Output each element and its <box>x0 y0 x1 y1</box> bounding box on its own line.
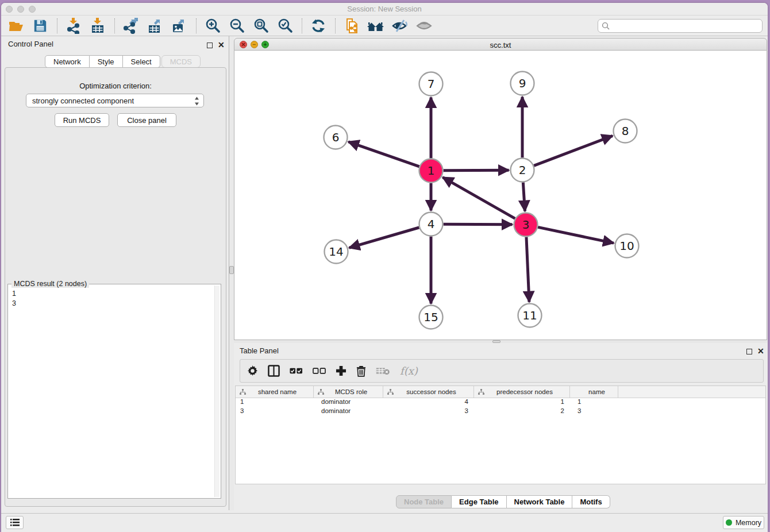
task-history-button[interactable] <box>6 516 24 529</box>
graph-node-3[interactable]: 3 <box>514 213 538 237</box>
control-panel-float-icon[interactable] <box>207 43 213 48</box>
graph-edge-2-3[interactable] <box>523 182 525 211</box>
create-new-icon[interactable] <box>336 365 346 376</box>
deselect-all-rows-icon[interactable] <box>313 368 326 374</box>
table-cell[interactable]: 1 <box>474 398 570 407</box>
graph-node-9[interactable]: 9 <box>511 72 534 95</box>
graph-node-14[interactable]: 14 <box>325 240 348 264</box>
table-panel-close-icon[interactable]: ✕ <box>757 348 764 354</box>
delete-table-icon <box>376 367 390 375</box>
graph-node-2[interactable]: 2 <box>511 159 534 182</box>
graph-node-4[interactable]: 4 <box>419 213 443 236</box>
table-cell[interactable]: dominator <box>314 398 383 407</box>
table-row[interactable]: 1dominator411 <box>236 398 765 407</box>
criterion-value: strongly connected component <box>32 97 134 105</box>
graph-node-11[interactable]: 11 <box>518 304 542 327</box>
clone-network-icon[interactable] <box>342 17 361 35</box>
column-header-successor-nodes[interactable]: successor nodes <box>383 386 474 398</box>
graph-edge-4-3[interactable] <box>443 224 512 225</box>
vertical-splitter-thumb[interactable] <box>229 266 234 274</box>
graph-node-7[interactable]: 7 <box>419 72 443 96</box>
function-builder-icon: f(x) <box>400 365 418 377</box>
toolbar-separator <box>302 18 302 33</box>
table-cell[interactable]: 3 <box>236 407 314 417</box>
tab-network[interactable]: Network <box>45 55 90 68</box>
graph-node-8[interactable]: 8 <box>614 119 637 143</box>
graph-edge-3-1[interactable] <box>442 178 515 219</box>
import-network-icon[interactable] <box>64 17 83 35</box>
column-header-shared-name[interactable]: shared name <box>236 386 314 398</box>
save-session-icon[interactable] <box>31 17 49 35</box>
show-column-icon[interactable] <box>268 365 280 377</box>
run-mcds-button[interactable]: Run MCDS <box>55 113 109 127</box>
graph-edge-2-8[interactable] <box>534 136 613 165</box>
first-neighbors-icon[interactable] <box>367 17 385 35</box>
graph-node-10[interactable]: 10 <box>615 234 639 258</box>
zoom-selected-icon[interactable] <box>276 17 294 35</box>
table-cell[interactable]: 3 <box>570 407 618 417</box>
mcds-panel: Optimization criterion: strongly connect… <box>5 67 226 507</box>
export-image-icon[interactable] <box>170 17 188 35</box>
export-network-icon[interactable] <box>122 17 140 35</box>
network-window-titlebar[interactable]: ✕ − + scc.txt <box>234 38 767 51</box>
tab-style[interactable]: Style <box>90 55 123 68</box>
column-header-mcds-role[interactable]: MCDS role <box>314 386 383 398</box>
import-table-icon[interactable] <box>88 17 107 35</box>
table-row[interactable]: 3dominator323 <box>236 407 765 417</box>
column-header-name[interactable]: name <box>570 386 618 398</box>
zoom-in-icon[interactable] <box>203 17 222 35</box>
graph-edge-3-11[interactable] <box>526 237 529 302</box>
tab-edge-table[interactable]: Edge Table <box>452 495 506 508</box>
graph-node-6[interactable]: 6 <box>324 126 348 149</box>
hide-graphics-details-icon[interactable] <box>391 17 409 35</box>
network-window-title: scc.txt <box>234 41 767 49</box>
table-cell[interactable]: dominator <box>314 407 383 417</box>
table-panel-float-icon[interactable] <box>746 349 752 354</box>
zoom-fit-icon[interactable] <box>252 17 270 35</box>
graph-edge-3-10[interactable] <box>538 227 614 243</box>
status-bar: Memory <box>1 513 768 532</box>
graph-node-15[interactable]: 15 <box>419 306 443 329</box>
refresh-view-icon[interactable] <box>309 17 328 35</box>
tab-motifs[interactable]: Motifs <box>572 495 610 508</box>
column-header-predecessor-nodes[interactable]: predecessor nodes <box>474 386 570 398</box>
horizontal-splitter[interactable] <box>234 340 767 343</box>
tab-mcds[interactable]: MCDS <box>161 55 201 68</box>
graph-node-1[interactable]: 1 <box>419 159 443 183</box>
node-table-body: 1dominator4113dominator323 <box>236 398 765 417</box>
tab-select[interactable]: Select <box>123 55 160 68</box>
control-panel-tabs: NetworkStyleSelectMCDS <box>45 55 201 68</box>
vertical-splitter[interactable] <box>229 36 234 510</box>
horizontal-splitter-thumb[interactable] <box>492 340 500 343</box>
table-cell[interactable]: 4 <box>383 398 474 407</box>
criterion-dropdown[interactable]: strongly connected component <box>26 94 204 107</box>
delete-selected-icon[interactable] <box>356 365 366 377</box>
zoom-out-icon[interactable] <box>228 17 246 35</box>
table-cell[interactable]: 2 <box>474 407 570 417</box>
graph-edge-1-2[interactable] <box>443 170 509 171</box>
control-panel-title: Control Panel <box>8 40 53 48</box>
close-panel-button[interactable]: Close panel <box>117 113 176 127</box>
app-titlebar: Session: New Session <box>1 3 768 16</box>
table-cell[interactable]: 3 <box>383 407 474 417</box>
table-panel-tabs: Node TableEdge TableNetwork TableMotifs <box>396 495 610 508</box>
export-table-icon[interactable] <box>146 17 164 35</box>
tab-network-table[interactable]: Network Table <box>507 495 573 508</box>
open-session-icon[interactable] <box>7 17 25 35</box>
memory-button[interactable]: Memory <box>723 516 764 529</box>
show-graphics-details-icon <box>415 17 433 35</box>
network-canvas[interactable]: 7968124314101511 <box>234 51 767 340</box>
mcds-result-list: 13 <box>8 288 214 497</box>
table-cell[interactable]: 1 <box>236 398 314 407</box>
result-scrollbar[interactable] <box>214 286 220 497</box>
settings-icon[interactable] <box>247 365 258 376</box>
graph-node-label: 8 <box>622 124 629 138</box>
graph-edge-4-14[interactable] <box>349 228 419 248</box>
table-cell[interactable]: 1 <box>570 398 618 407</box>
tab-node-table[interactable]: Node Table <box>396 495 452 508</box>
control-panel-close-icon[interactable]: ✕ <box>218 42 225 48</box>
select-all-rows-icon[interactable] <box>290 368 303 374</box>
node-table: shared nameMCDS rolesuccessor nodesprede… <box>235 385 766 484</box>
search-input[interactable] <box>598 19 763 33</box>
graph-edge-1-6[interactable] <box>348 142 419 167</box>
